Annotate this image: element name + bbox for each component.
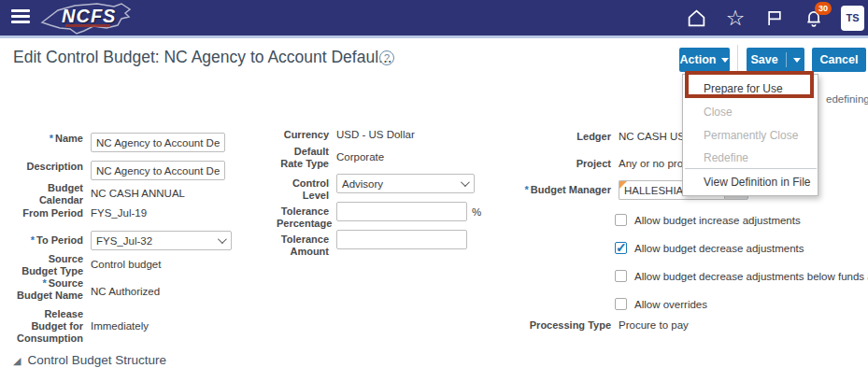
- home-icon[interactable]: [684, 6, 708, 30]
- currency-value: USD - US Dollar: [336, 129, 415, 141]
- cancel-button[interactable]: Cancel: [812, 48, 866, 72]
- action-button[interactable]: Action: [679, 48, 730, 72]
- field-name: *Name: [13, 133, 225, 152]
- source-budget-type-value: Control budget: [91, 259, 161, 271]
- control-budget-structure-section[interactable]: ◢ Control Budget Structure: [13, 353, 166, 367]
- menu-item-view-definition-in-file[interactable]: View Definition in File: [683, 176, 818, 189]
- help-icon[interactable]: ?: [379, 50, 394, 65]
- toolbar-separator: [737, 45, 738, 74]
- field-project: Project Any or no proj: [505, 158, 686, 170]
- flag-icon[interactable]: [762, 6, 787, 30]
- modified-field-indicator: [619, 181, 627, 189]
- field-ledger: Ledger NC CASH US: [505, 131, 685, 143]
- notification-count-badge: 30: [815, 2, 832, 15]
- menu-item-close: Close: [683, 106, 818, 119]
- save-button[interactable]: Save: [747, 48, 804, 72]
- logo-tagline-bar: [65, 24, 110, 27]
- field-release-budget: Release Budget for Consumption Immediate…: [13, 308, 149, 345]
- menu-item-permanently-close: Permanently Close: [683, 129, 818, 142]
- menu-item-prepare-for-use[interactable]: Prepare for Use: [683, 82, 818, 95]
- name-input[interactable]: [91, 133, 225, 152]
- menu-divider: [685, 168, 817, 169]
- release-budget-value: Immediately: [91, 320, 149, 332]
- field-source-budget-name: *Source Budget Name NC Authorized: [13, 277, 160, 302]
- from-period-value: FYS_Jul-19: [91, 207, 147, 219]
- to-period-select[interactable]: FYS_Jul-32: [91, 231, 232, 250]
- save-split-divider: [786, 52, 787, 67]
- checkbox[interactable]: [615, 298, 627, 310]
- field-processing-type: Processing Type Procure to pay: [505, 319, 689, 332]
- chevron-down-icon: [218, 234, 227, 244]
- field-control-level: Control Level Advisory: [277, 174, 475, 202]
- checkbox[interactable]: [615, 214, 627, 226]
- percent-suffix: %: [472, 206, 481, 218]
- default-rate-type-value: Corporate: [336, 151, 384, 163]
- chevron-down-icon: [461, 177, 470, 187]
- top-navigation-bar: NCFS ☆ 30 TS: [0, 0, 868, 35]
- checkbox-allow-budget-increase: Allow budget increase adjustments: [615, 214, 801, 226]
- field-source-budget-type: Source Budget Type Control budget: [13, 253, 161, 277]
- description-input[interactable]: [91, 161, 225, 180]
- tolerance-amount-input[interactable]: [336, 230, 467, 249]
- disclosure-triangle-icon: ◢: [13, 354, 21, 367]
- field-default-rate-type: Default Rate Type Corporate: [277, 146, 384, 170]
- page-title: Edit Control Budget: NC Agency to Accoun…: [13, 48, 392, 67]
- field-tolerance-amount: Tolerance Amount: [277, 230, 467, 258]
- menu-item-redefine: Redefine: [683, 151, 818, 164]
- action-dropdown-menu: Prepare for Use Close Permanently Close …: [682, 74, 818, 196]
- checkbox-allow-decrease-below-funds: Allow budget decrease adjustments below …: [615, 270, 868, 282]
- checkbox[interactable]: [615, 270, 627, 282]
- notifications-bell-icon[interactable]: 30: [802, 6, 826, 30]
- checkbox-allow-budget-decrease: Allow budget decrease adjustments: [615, 242, 804, 254]
- header-divider: [0, 35, 868, 38]
- processing-type-value: Procure to pay: [619, 319, 689, 332]
- save-dropdown-icon[interactable]: [793, 58, 801, 63]
- tolerance-percentage-input[interactable]: [336, 202, 467, 221]
- user-avatar[interactable]: TS: [841, 6, 864, 31]
- favorites-star-icon[interactable]: ☆: [723, 6, 747, 30]
- control-level-select[interactable]: Advisory: [336, 174, 475, 193]
- chevron-down-icon: [721, 58, 729, 63]
- checkbox-allow-overrides: Allow overrides: [615, 298, 707, 310]
- field-currency: Currency USD - US Dollar: [277, 129, 415, 141]
- edit-control-budget-page: NCFS ☆ 30 TS Edit Control Budget: NC Age…: [0, 0, 868, 382]
- field-to-period: *To Period FYS_Jul-32: [13, 231, 232, 250]
- ledger-value: NC CASH US: [619, 131, 685, 143]
- source-budget-name-value: NC Authorized: [91, 286, 160, 298]
- field-description: Description: [13, 161, 225, 180]
- field-budget-calendar: Budget Calendar NC CASH ANNUAL: [13, 182, 185, 206]
- budget-calendar-value: NC CASH ANNUAL: [91, 188, 185, 200]
- clipped-background-text: edefining: [826, 93, 868, 105]
- hamburger-menu-icon[interactable]: [11, 9, 30, 25]
- field-from-period: From Period FYS_Jul-19: [13, 207, 147, 219]
- project-value: Any or no proj: [619, 158, 686, 170]
- field-tolerance-percentage: Tolerance Percentage %: [277, 202, 481, 230]
- checkbox-checked[interactable]: [615, 242, 627, 254]
- app-logo[interactable]: NCFS: [39, 0, 151, 37]
